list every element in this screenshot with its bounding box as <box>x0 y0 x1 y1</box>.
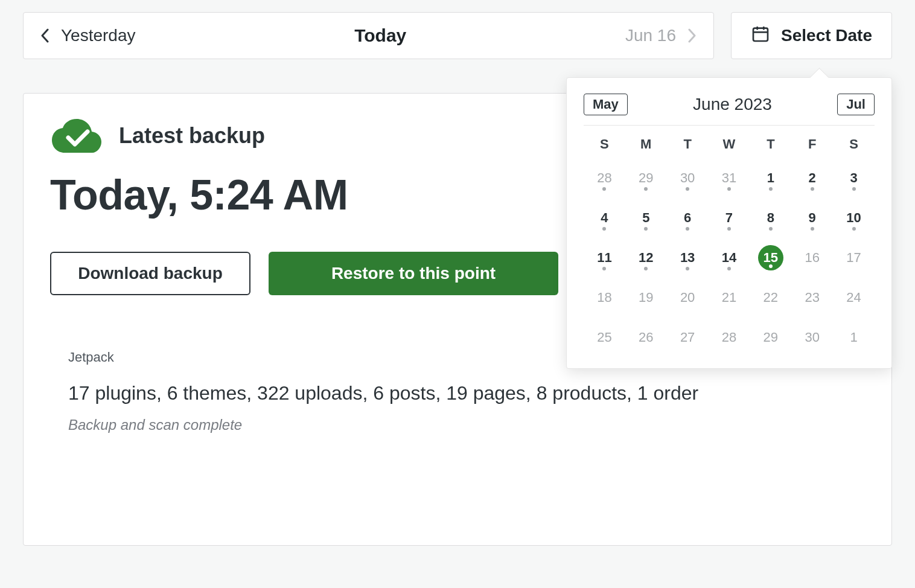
next-month-button[interactable]: Jul <box>837 94 875 115</box>
calendar-day-number: 26 <box>633 325 658 350</box>
next-day-button: Jun 16 <box>625 26 698 45</box>
calendar-day: 20 <box>667 284 709 312</box>
calendar-day-number: 23 <box>800 285 825 310</box>
backup-summary: 17 plugins, 6 themes, 322 uploads, 6 pos… <box>68 382 865 404</box>
restore-button[interactable]: Restore to this point <box>269 252 558 295</box>
calendar-day-dot <box>644 267 648 270</box>
calendar-dow: T <box>667 136 709 152</box>
calendar-day-dot <box>644 187 648 191</box>
calendar-day: 28 <box>584 164 625 192</box>
calendar-grid: SMTWTFS282930311234567891011121314151617… <box>584 136 875 351</box>
calendar-day-dot <box>727 227 731 231</box>
calendar-day-number: 30 <box>800 325 825 350</box>
calendar-day: 24 <box>833 284 875 312</box>
calendar-day-number: 24 <box>841 285 867 310</box>
current-day-label: Today <box>354 25 406 46</box>
date-picker-popover: May June 2023 Jul SMTWTFS282930311234567… <box>566 77 892 369</box>
calendar-day-number: 19 <box>633 285 658 310</box>
calendar-day: 17 <box>833 244 875 272</box>
calendar-day: 29 <box>750 324 791 351</box>
calendar-day[interactable]: 15 <box>750 244 791 272</box>
calendar-day-dot <box>686 227 689 231</box>
calendar-day[interactable]: 3 <box>833 164 875 192</box>
calendar-day-number: 16 <box>800 245 825 270</box>
calendar-day-number: 1 <box>841 325 867 350</box>
calendar-day[interactable]: 4 <box>584 204 625 232</box>
calendar-day-number: 20 <box>675 285 700 310</box>
latest-backup-label: Latest backup <box>119 123 265 149</box>
calendar-day: 21 <box>709 284 750 312</box>
calendar-day: 25 <box>584 324 625 351</box>
calendar-day-dot <box>686 187 689 191</box>
calendar-day-number: 22 <box>758 285 783 310</box>
calendar-day[interactable]: 12 <box>625 244 667 272</box>
calendar-day[interactable]: 8 <box>750 204 791 232</box>
calendar-day-dot <box>811 227 814 231</box>
select-date-button[interactable]: Select Date <box>731 12 892 59</box>
calendar-day[interactable]: 2 <box>791 164 833 192</box>
calendar-day-dot <box>727 187 731 191</box>
calendar-day: 19 <box>625 284 667 312</box>
calendar-day-dot <box>727 267 731 270</box>
cloud-check-icon <box>50 118 103 154</box>
calendar-day: 29 <box>625 164 667 192</box>
calendar-day: 16 <box>791 244 833 272</box>
calendar-day-dot <box>852 187 856 191</box>
calendar-day: 26 <box>625 324 667 351</box>
calendar-day[interactable]: 6 <box>667 204 709 232</box>
date-navbar: Yesterday Today Jun 16 Select Date <box>23 12 892 59</box>
calendar-day[interactable]: 14 <box>709 244 750 272</box>
calendar-day[interactable]: 10 <box>833 204 875 232</box>
calendar-day: 23 <box>791 284 833 312</box>
date-range-bar: Yesterday Today Jun 16 <box>23 12 714 59</box>
select-date-label: Select Date <box>781 26 872 45</box>
svg-rect-0 <box>753 28 768 40</box>
calendar-day-number: 17 <box>841 245 867 270</box>
calendar-dow: M <box>625 136 667 152</box>
calendar-day: 1 <box>833 324 875 351</box>
calendar-day[interactable]: 11 <box>584 244 625 272</box>
calendar-dow: W <box>709 136 750 152</box>
calendar-day-dot <box>686 267 689 270</box>
calendar-day-number: 28 <box>716 325 742 350</box>
calendar-day-dot <box>644 227 648 231</box>
calendar-dow: T <box>750 136 791 152</box>
calendar-day-dot <box>769 264 773 268</box>
calendar-day-number: 27 <box>675 325 700 350</box>
calendar-dow: S <box>584 136 625 152</box>
calendar-day: 30 <box>667 164 709 192</box>
prev-day-label: Yesterday <box>61 26 136 45</box>
calendar-day-dot <box>811 187 814 191</box>
calendar-day[interactable]: 9 <box>791 204 833 232</box>
calendar-day-dot <box>852 227 856 231</box>
download-backup-button[interactable]: Download backup <box>50 252 250 295</box>
calendar-day-number: 21 <box>716 285 742 310</box>
calendar-day-dot <box>602 267 606 270</box>
chevron-right-icon <box>687 27 698 44</box>
calendar-day: 22 <box>750 284 791 312</box>
calendar-month-title: June 2023 <box>693 95 772 114</box>
calendar-dow: S <box>833 136 875 152</box>
calendar-day-dot <box>769 187 773 191</box>
calendar-day-dot <box>602 187 606 191</box>
calendar-day[interactable]: 13 <box>667 244 709 272</box>
calendar-day-number: 25 <box>591 325 617 350</box>
next-day-label: Jun 16 <box>625 26 676 45</box>
calendar-day: 27 <box>667 324 709 351</box>
calendar-dow: F <box>791 136 833 152</box>
prev-day-button[interactable]: Yesterday <box>39 26 136 45</box>
calendar-day-number: 18 <box>591 285 617 310</box>
calendar-day-dot <box>769 227 773 231</box>
calendar-day-dot <box>602 227 606 231</box>
prev-month-button[interactable]: May <box>584 94 628 115</box>
calendar-day-number: 29 <box>758 325 783 350</box>
calendar-day: 18 <box>584 284 625 312</box>
calendar-day: 30 <box>791 324 833 351</box>
calendar-day: 28 <box>709 324 750 351</box>
calendar-day[interactable]: 5 <box>625 204 667 232</box>
calendar-day[interactable]: 7 <box>709 204 750 232</box>
chevron-left-icon <box>39 27 50 44</box>
backup-status: Backup and scan complete <box>68 417 865 433</box>
calendar-icon <box>751 24 770 48</box>
calendar-day[interactable]: 1 <box>750 164 791 192</box>
